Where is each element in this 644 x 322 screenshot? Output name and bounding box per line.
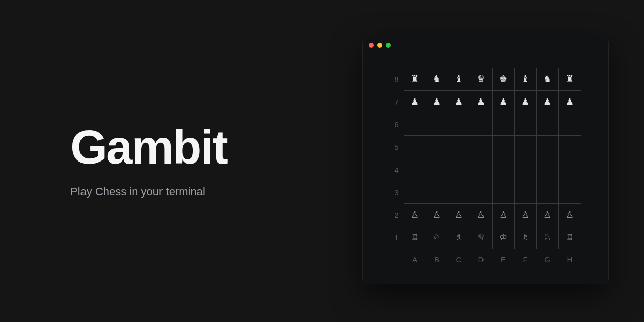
- board-square[interactable]: ♝: [514, 68, 536, 91]
- terminal-window: 87654321♜♞♝♛♚♝♞♜♟♟♟♟♟♟♟♟♙♙♙♙♙♙♙♙♖♘♗♕♔♗♘♖…: [362, 38, 609, 284]
- board-square[interactable]: ♙: [404, 203, 426, 226]
- board-square[interactable]: ♟: [492, 91, 514, 113]
- chess-piece-icon: ♕: [477, 232, 485, 243]
- chess-piece-icon: ♙: [521, 210, 529, 220]
- rank-label: 3: [390, 181, 404, 204]
- board-square[interactable]: [448, 113, 470, 136]
- chess-piece-icon: ♝: [521, 74, 529, 84]
- chess-piece-icon: ♚: [499, 74, 507, 84]
- board-square[interactable]: ♖: [404, 226, 426, 249]
- minimize-icon[interactable]: [377, 43, 382, 48]
- board-square[interactable]: ♟: [470, 91, 492, 113]
- board-square[interactable]: ♝: [448, 68, 470, 91]
- board-square[interactable]: [514, 181, 536, 203]
- board-square[interactable]: ♟: [404, 91, 426, 113]
- board-square[interactable]: [514, 158, 536, 181]
- board-square[interactable]: ♟: [514, 91, 536, 113]
- rank-label: 6: [390, 113, 404, 136]
- board-square[interactable]: [470, 158, 492, 181]
- chess-piece-icon: ♟: [499, 97, 507, 107]
- board-square[interactable]: ♘: [426, 226, 448, 249]
- board-square[interactable]: ♕: [470, 226, 492, 249]
- chess-piece-icon: ♘: [543, 232, 551, 243]
- board-square[interactable]: ♙: [470, 203, 492, 226]
- board-square[interactable]: ♜: [558, 68, 581, 91]
- board-square[interactable]: [404, 158, 426, 181]
- chess-piece-icon: ♖: [411, 232, 419, 243]
- chess-piece-icon: ♖: [566, 232, 574, 243]
- board-square[interactable]: ♞: [536, 68, 558, 91]
- file-label: G: [536, 255, 558, 264]
- board-square[interactable]: ♗: [514, 226, 536, 249]
- chess-piece-icon: ♘: [433, 232, 441, 243]
- board-square[interactable]: [426, 181, 448, 203]
- board-square[interactable]: ♔: [492, 226, 514, 249]
- board-square[interactable]: ♟: [536, 91, 558, 113]
- board-square[interactable]: [536, 181, 558, 203]
- board-square[interactable]: ♘: [536, 226, 558, 249]
- board-square[interactable]: [404, 181, 426, 203]
- board-square[interactable]: [558, 136, 581, 158]
- board-square[interactable]: [514, 136, 536, 158]
- board-square[interactable]: [514, 113, 536, 136]
- board-square[interactable]: ♙: [492, 203, 514, 226]
- board-square[interactable]: ♗: [448, 226, 470, 249]
- file-labels: ABCDEFGH: [404, 255, 581, 264]
- rank-label: 4: [390, 158, 404, 181]
- board-square[interactable]: [448, 136, 470, 158]
- board-square[interactable]: ♟: [448, 91, 470, 113]
- board-square[interactable]: [536, 136, 558, 158]
- board-square[interactable]: [536, 158, 558, 181]
- board-square[interactable]: [448, 181, 470, 203]
- file-label: F: [514, 255, 536, 264]
- chess-piece-icon: ♟: [566, 97, 574, 107]
- board-square[interactable]: ♟: [426, 91, 448, 113]
- chess-piece-icon: ♜: [411, 74, 419, 84]
- board-square[interactable]: [492, 181, 514, 203]
- board-square[interactable]: ♙: [514, 203, 536, 226]
- board-square[interactable]: [470, 181, 492, 203]
- rank-label: 2: [390, 204, 404, 226]
- chess-piece-icon: ♟: [433, 97, 441, 107]
- board-square[interactable]: ♙: [426, 203, 448, 226]
- chess-piece-icon: ♟: [477, 97, 485, 107]
- board-square[interactable]: ♟: [558, 91, 581, 113]
- board-square[interactable]: ♙: [558, 203, 581, 226]
- chess-piece-icon: ♜: [566, 74, 574, 84]
- file-label: H: [558, 255, 581, 264]
- hero-title: Gambit: [70, 124, 342, 171]
- terminal-body: 87654321♜♞♝♛♚♝♞♜♟♟♟♟♟♟♟♟♙♙♙♙♙♙♙♙♖♘♗♕♔♗♘♖…: [363, 52, 608, 284]
- file-label: E: [492, 255, 514, 264]
- board-square[interactable]: ♛: [470, 68, 492, 91]
- board-square[interactable]: [470, 136, 492, 158]
- chess-piece-icon: ♙: [433, 210, 441, 220]
- board-square[interactable]: ♜: [404, 68, 426, 91]
- board-square[interactable]: [492, 158, 514, 181]
- board-square[interactable]: [404, 113, 426, 136]
- board-square[interactable]: [426, 136, 448, 158]
- board-square[interactable]: ♞: [426, 68, 448, 91]
- board-square[interactable]: [558, 158, 581, 181]
- board-square[interactable]: [492, 113, 514, 136]
- chess-piece-icon: ♙: [411, 210, 419, 220]
- rank-label: 7: [390, 91, 404, 113]
- board-square[interactable]: [470, 113, 492, 136]
- chess-piece-icon: ♔: [499, 232, 507, 243]
- board-square[interactable]: [492, 136, 514, 158]
- board-square[interactable]: [404, 136, 426, 158]
- board-square[interactable]: [536, 113, 558, 136]
- board-square[interactable]: [558, 181, 581, 203]
- board-square[interactable]: [426, 158, 448, 181]
- board-square[interactable]: ♙: [448, 203, 470, 226]
- board-square[interactable]: [426, 113, 448, 136]
- rank-label: 8: [390, 68, 404, 91]
- board-square[interactable]: ♙: [536, 203, 558, 226]
- chess-piece-icon: ♙: [543, 210, 551, 220]
- zoom-icon[interactable]: [386, 43, 391, 48]
- board-square[interactable]: [448, 158, 470, 181]
- board-square[interactable]: ♖: [558, 226, 581, 249]
- close-icon[interactable]: [369, 43, 374, 48]
- board-square[interactable]: ♚: [492, 68, 514, 91]
- board-square[interactable]: [558, 113, 581, 136]
- chess-piece-icon: ♙: [566, 210, 574, 220]
